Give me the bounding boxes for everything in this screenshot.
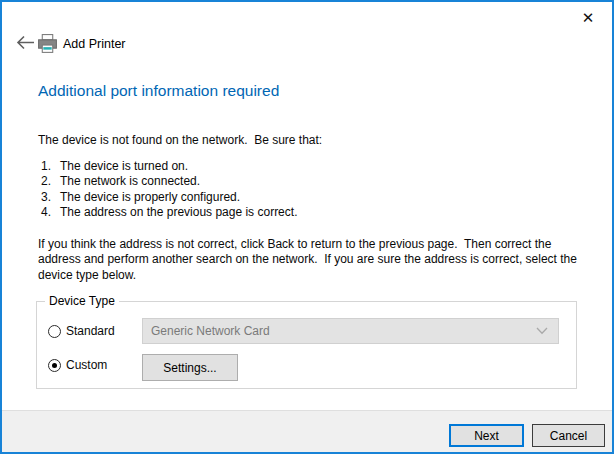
list-number: 4. — [41, 205, 60, 220]
list-item: 4. The address on the previous page is c… — [41, 205, 297, 220]
next-button[interactable]: Next — [449, 424, 524, 447]
device-dropdown[interactable]: Generic Network Card — [142, 318, 559, 344]
page-title: Additional port information required — [38, 82, 279, 100]
chevron-down-icon — [536, 327, 548, 335]
add-printer-wizard-window: ✕ Add Printer Additional port informatio… — [0, 0, 614, 454]
radio-standard-icon — [48, 325, 61, 338]
cancel-button-label: Cancel — [550, 429, 587, 443]
list-text: The address on the previous page is corr… — [60, 205, 297, 220]
settings-button-label: Settings... — [163, 361, 216, 375]
list-number: 2. — [41, 174, 60, 189]
back-arrow-icon — [16, 35, 35, 54]
list-item: 1. The device is turned on. — [41, 159, 297, 174]
radio-custom[interactable]: Custom — [48, 358, 107, 372]
list-text: The device is turned on. — [60, 159, 188, 174]
list-number: 1. — [41, 159, 60, 174]
intro-text: The device is not found on the network. … — [38, 133, 322, 148]
app-title: Add Printer — [63, 37, 126, 51]
list-item: 2. The network is connected. — [41, 174, 297, 189]
settings-button[interactable]: Settings... — [142, 354, 238, 381]
checklist: 1. The device is turned on. 2. The netwo… — [41, 159, 297, 221]
back-button[interactable] — [12, 33, 38, 55]
list-number: 3. — [41, 190, 60, 205]
list-item: 3. The device is properly configured. — [41, 190, 297, 205]
footer-bar: Next Cancel — [2, 411, 612, 452]
instructions-paragraph: If you think the address is not correct,… — [38, 237, 591, 283]
device-dropdown-value: Generic Network Card — [151, 324, 270, 338]
next-button-label: Next — [474, 429, 499, 443]
radio-custom-icon — [48, 359, 61, 372]
radio-standard-label: Standard — [66, 324, 115, 338]
close-button[interactable]: ✕ — [574, 6, 602, 30]
radio-standard[interactable]: Standard — [48, 324, 115, 338]
list-text: The device is properly configured. — [60, 190, 240, 205]
radio-custom-label: Custom — [66, 358, 107, 372]
device-type-legend: Device Type — [45, 294, 119, 308]
close-icon: ✕ — [582, 9, 595, 27]
cancel-button[interactable]: Cancel — [532, 424, 605, 447]
printer-icon — [37, 33, 58, 59]
list-text: The network is connected. — [60, 174, 200, 189]
device-type-groupbox: Device Type Standard Generic Network Car… — [36, 301, 577, 389]
